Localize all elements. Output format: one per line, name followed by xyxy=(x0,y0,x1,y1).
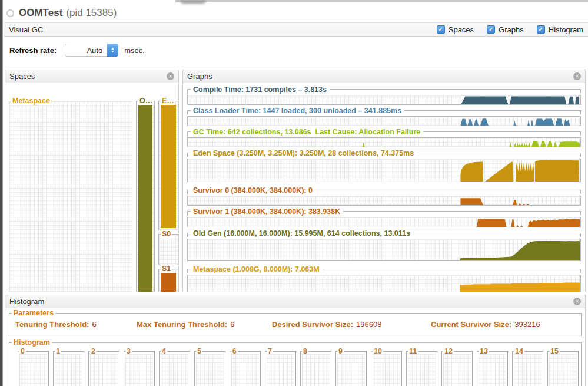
graph-classloader: Class Loader Time: 1447 loaded, 300 unlo… xyxy=(187,107,581,126)
histogram-bin-grid xyxy=(125,354,153,386)
graph-strip-compile xyxy=(187,95,581,105)
parameter-item: Desired Survivor Size:196608 xyxy=(272,320,381,329)
graph-title-s1: Survivor 1 (384.000K, 384.000K): 383.938… xyxy=(193,208,340,216)
graph-strip-s0 xyxy=(187,196,581,206)
checkbox-label: Graphs xyxy=(499,25,524,34)
checkbox-check-icon[interactable]: ✓ xyxy=(537,25,545,34)
histogram-bin-0: 0 xyxy=(18,351,49,386)
histogram-bin-2: 2 xyxy=(88,351,119,386)
graph-gc: GC Time: 642 collections, 13.086s Last C… xyxy=(187,128,581,147)
graph-title-old: Old Gen (16.000M, 16.000M): 15.995M, 614… xyxy=(193,230,410,237)
histogram-group: Histogram 0123456789101112131415 xyxy=(9,342,582,386)
refresh-rate-label: Refresh rate: xyxy=(9,46,57,55)
histogram-bin-grid xyxy=(196,354,224,386)
histogram-bin-grid xyxy=(267,354,294,386)
graph-strip-gc xyxy=(187,137,581,147)
parameters-group-label: Parameters xyxy=(12,309,55,317)
histogram-bin-15: 15 xyxy=(547,351,579,386)
histogram-panel-title: Histogram xyxy=(9,297,573,306)
graph-legend-line xyxy=(330,89,581,93)
background-window-edge xyxy=(175,0,588,2)
toolbar-checkboxes: ✓Spaces✓Graphs✓Histogram xyxy=(424,25,583,34)
histogram-bin-10: 10 xyxy=(371,351,402,386)
visual-gc-tab-label[interactable]: Visual GC xyxy=(9,25,43,34)
survivor1-space-bar xyxy=(161,273,176,292)
refresh-rate-unit: msec. xyxy=(124,46,145,55)
histogram-bin-grid xyxy=(549,354,577,386)
refresh-rate-value[interactable]: Auto xyxy=(65,44,107,57)
histogram-panel-body: Parameters Tenuring Threshold:6Max Tenur… xyxy=(5,308,585,386)
graph-legend-line xyxy=(323,269,581,273)
graph-legend-line xyxy=(423,131,581,136)
histogram-bin-11: 11 xyxy=(406,351,437,386)
graph-strip-eden xyxy=(187,159,581,182)
histogram-bin-grid xyxy=(19,354,47,386)
eden-space-box: E… xyxy=(158,101,178,230)
graph-legend-line xyxy=(417,153,581,157)
graph-title-eden: Eden Space (3.250M, 3.250M): 3.250M, 28 … xyxy=(193,150,414,157)
window-left-edge-line xyxy=(2,0,3,386)
spaces-panel-title: Spaces xyxy=(9,72,167,81)
metaspace-space-label: Metaspace xyxy=(11,97,51,105)
graph-strip-meta xyxy=(187,275,581,292)
application-title: OOMTest xyxy=(19,7,62,19)
spaces-close-icon[interactable]: ✕ xyxy=(167,72,174,80)
graphs-list: Compile Time: 1731 compiles – 3.813sClas… xyxy=(183,83,585,292)
old-gen-space-bar xyxy=(138,105,152,292)
histogram-bin-grid xyxy=(373,354,400,386)
survivor0-space-box: S0 xyxy=(158,234,178,265)
parameter-value: 393216 xyxy=(514,320,540,329)
spaces-panel: Spaces ✕ Metaspace O… E… S0 S1 xyxy=(5,70,179,292)
graph-legend-line xyxy=(343,211,581,215)
histogram-bin-grid xyxy=(161,354,188,386)
graph-legend-line xyxy=(404,110,581,114)
application-tab-header: OOMTest (pid 15385) xyxy=(4,5,588,21)
checkbox-label: Histogram xyxy=(549,25,583,34)
graph-old: Old Gen (16.000M, 16.000M): 15.995M, 614… xyxy=(187,230,581,261)
refresh-rate-combo[interactable]: Auto ▲ ▼ xyxy=(65,44,118,57)
checkbox-graphs[interactable]: ✓Graphs xyxy=(487,25,524,34)
checkbox-check-icon[interactable]: ✓ xyxy=(437,25,445,34)
stepper-down-icon[interactable]: ▼ xyxy=(111,50,115,53)
histogram-bin-13: 13 xyxy=(477,351,508,386)
histogram-bin-grid xyxy=(231,354,259,386)
tab-status-icon xyxy=(6,9,14,17)
graphs-close-icon[interactable]: ✕ xyxy=(573,72,581,80)
histogram-bin-8: 8 xyxy=(300,351,331,386)
checkbox-spaces[interactable]: ✓Spaces xyxy=(437,25,474,34)
histogram-bin-4: 4 xyxy=(159,351,190,386)
histogram-panel-header: Histogram ✕ xyxy=(5,295,585,308)
histogram-bin-3: 3 xyxy=(124,351,155,386)
eden-space-label: E… xyxy=(161,97,175,105)
old-gen-space-label: O… xyxy=(138,97,154,105)
histogram-bin-grid xyxy=(55,354,82,386)
histogram-bin-grid xyxy=(443,354,471,386)
survivor1-space-label: S1 xyxy=(161,265,172,273)
histogram-bin-7: 7 xyxy=(265,351,296,386)
histogram-bin-12: 12 xyxy=(441,351,473,386)
parameter-value: 196608 xyxy=(356,320,381,329)
metaspace-space-box: Metaspace xyxy=(9,101,132,292)
graph-title-gc: GC Time: 642 collections, 13.086s Last C… xyxy=(193,128,420,136)
histogram-bin-5: 5 xyxy=(194,351,225,386)
graph-title-compile: Compile Time: 1731 compiles – 3.813s xyxy=(193,86,327,94)
parameter-item: Tenuring Threshold:6 xyxy=(15,320,97,329)
histogram-bin-grid xyxy=(514,354,542,386)
graphs-panel-body: Compile Time: 1731 compiles – 3.813sClas… xyxy=(183,83,585,292)
graph-title-meta: Metaspace (1.008G, 8.000M): 7.063M xyxy=(193,266,320,273)
histogram-bin-14: 14 xyxy=(512,351,543,386)
checkbox-histogram[interactable]: ✓Histogram xyxy=(537,25,583,34)
graph-s0: Survivor 0 (384.000K, 384.000K): 0 xyxy=(187,187,581,206)
graph-legend-line xyxy=(315,190,581,194)
visualvm-window: OOMTest (pid 15385) Visual GC ✓Spaces✓Gr… xyxy=(0,0,588,386)
histogram-close-icon[interactable]: ✕ xyxy=(573,298,581,305)
graph-compile: Compile Time: 1731 compiles – 3.813s xyxy=(187,86,581,105)
refresh-rate-row: Refresh rate: Auto ▲ ▼ msec. xyxy=(4,37,588,63)
histogram-bin-9: 9 xyxy=(335,351,367,386)
refresh-rate-stepper[interactable]: ▲ ▼ xyxy=(107,44,118,57)
parameter-label: Max Tenuring Threshold: xyxy=(137,320,227,329)
checkbox-label: Spaces xyxy=(449,25,474,34)
histogram-bin-grid xyxy=(90,354,118,386)
checkbox-check-icon[interactable]: ✓ xyxy=(487,25,495,34)
parameter-item: Current Survivor Size:393216 xyxy=(431,320,540,329)
